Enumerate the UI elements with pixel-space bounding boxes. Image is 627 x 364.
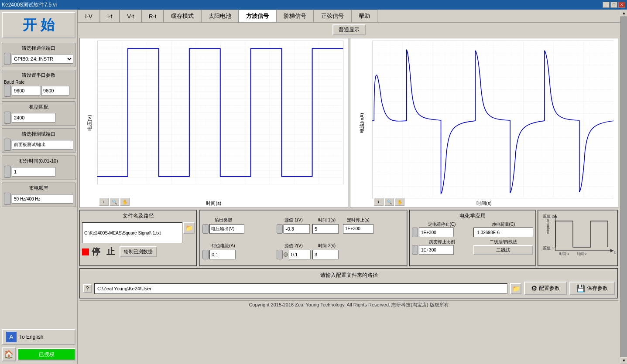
config-params-button[interactable]: ⚙ 配置参数: [524, 282, 567, 295]
title-bar-title: Ke2400S测试软件7.5.vi: [2, 1, 57, 9]
tab-sine[interactable]: 正弦信号: [314, 10, 351, 22]
output-type-label: 输出类型: [202, 217, 244, 223]
svg-text:源值 1: 源值 1: [543, 246, 554, 250]
charge-stop-knob[interactable]: [412, 228, 418, 237]
integration-section: 积分时间(0.01-10): [2, 156, 75, 180]
value2-knob[interactable]: [277, 250, 283, 259]
stop-indicator: [82, 248, 89, 255]
chart1-zoom-in[interactable]: +: [99, 198, 109, 206]
config-title: 请输入配置文件来的路径: [83, 272, 615, 279]
time2-input[interactable]: [312, 250, 339, 259]
tab-help[interactable]: 帮助: [351, 10, 377, 22]
scroll-up-button[interactable]: ▲: [620, 10, 627, 17]
tab-staircase[interactable]: 阶梯信号: [276, 10, 314, 22]
integration-input[interactable]: [12, 167, 55, 177]
config-path-input[interactable]: [94, 283, 507, 294]
time1-group: 时间 1(s): [312, 217, 341, 234]
chart2-zoom-select[interactable]: 🔍: [384, 198, 394, 206]
value2-input[interactable]: [289, 250, 311, 259]
chart1-pan[interactable]: ✋: [120, 198, 130, 206]
jump-stop-knob[interactable]: [412, 245, 418, 255]
config-help-button[interactable]: ?: [83, 284, 92, 293]
chart2-x-label: 时间(s): [476, 200, 492, 207]
tab-bar: I-V I-t V-t R-t 缓存模式 太阳电池 方波信号 阶梯信号 正弦信号…: [78, 10, 620, 23]
output-type-group: 输出类型 电压输出(V): [202, 217, 244, 234]
baud-rate-input2[interactable]: [41, 86, 69, 95]
content-area: I-V I-t V-t R-t 缓存模式 太阳电池 方波信号 阶梯信号 正弦信号…: [78, 10, 620, 364]
scroll-down-button[interactable]: ▼: [620, 357, 627, 364]
tab-it[interactable]: I-t: [100, 10, 120, 22]
integration-knob[interactable]: [4, 166, 11, 178]
translate-icon: A: [6, 332, 17, 342]
test-port-label: 请选择测试端口: [4, 131, 73, 137]
signal-panel: 输出类型 电压输出(V) 源值 1(V): [199, 210, 408, 266]
comm-port-knob[interactable]: [4, 53, 11, 65]
chart1-zoom-select[interactable]: 🔍: [110, 198, 119, 206]
machine-match-input[interactable]: [12, 113, 55, 122]
svg-text:Amplitude: Amplitude: [546, 218, 550, 234]
tab-vt[interactable]: V-t: [120, 10, 141, 22]
chart2-y-axis-label: 电流(mA): [359, 113, 365, 133]
draw-data-button[interactable]: 绘制已测数据: [120, 246, 157, 257]
close-button[interactable]: ✕: [618, 2, 625, 8]
translate-button[interactable]: A To English: [2, 329, 75, 345]
tab-solar[interactable]: 太阳电池: [201, 10, 239, 22]
value1-input[interactable]: [284, 224, 310, 234]
anchor-current-knob[interactable]: [202, 250, 209, 259]
echem-panel: 电化学应用 定电荷停止(C) 净电荷量(C): [409, 210, 536, 266]
current-chart: 电流(mA): [350, 38, 619, 208]
file-panel-title: 文件名及路径: [82, 212, 195, 220]
save-params-button[interactable]: 💾 保存参数: [569, 282, 615, 295]
restore-button[interactable]: □: [610, 2, 617, 8]
scroll-track[interactable]: [620, 17, 627, 357]
config-section: 请输入配置文件来的路径 ? 📁 ⚙ 配置参数 💾 保存参数: [79, 268, 618, 299]
stop-time-label: 定时停止(s): [343, 217, 373, 223]
value1-label: 源值 1(V): [277, 217, 311, 223]
time2-group: 时间 2(s): [312, 243, 341, 259]
chart1-svg: 0.125 0.1 0.075 0.05 0.025 0 -0.025 -0.0…: [97, 41, 343, 184]
file-browse-button[interactable]: 📁: [183, 222, 195, 234]
tab-iv[interactable]: I-V: [78, 10, 100, 22]
tab-buffer[interactable]: 缓存模式: [164, 10, 201, 22]
sidebar: 开 始 请选择通信端口 GPIB0::24::INSTR 请设置串口参数 Bau…: [0, 10, 78, 364]
jump-stop-group: 跳变停止比例: [412, 239, 472, 255]
tab-square[interactable]: 方波信号: [239, 10, 276, 22]
test-port-value: 前面板测试/输出: [12, 140, 73, 150]
baud-rate-knob[interactable]: [4, 85, 11, 97]
machine-match-knob[interactable]: [4, 112, 11, 124]
minimize-button[interactable]: —: [603, 2, 610, 8]
start-button[interactable]: 开 始: [2, 12, 75, 38]
authorized-button[interactable]: 已授权: [17, 348, 75, 361]
test-port-knob[interactable]: [4, 139, 11, 151]
anchor-current-input[interactable]: [209, 250, 236, 259]
time2-label: 时间 2(s): [312, 243, 341, 249]
net-charge-label: 净电荷量(C): [473, 221, 533, 228]
chart2-zoom-in[interactable]: +: [374, 198, 384, 206]
config-browse-button[interactable]: 📁: [510, 283, 521, 294]
freq-label: 市电频率: [4, 185, 73, 191]
baud-rate-input1[interactable]: [12, 86, 40, 95]
output-type-knob[interactable]: [202, 224, 209, 234]
charge-stop-input[interactable]: [419, 228, 454, 237]
two-four-button[interactable]: 二线法: [473, 245, 533, 255]
display-button[interactable]: 普通显示: [332, 24, 366, 35]
jump-stop-input[interactable]: [419, 245, 454, 255]
net-charge-input: [473, 228, 533, 237]
comm-port-select[interactable]: GPIB0::24::INSTR: [12, 54, 73, 64]
svg-marker-61: [554, 214, 557, 218]
baud-rate-section: 请设置串口参数 Baud Rate: [2, 70, 75, 99]
home-button[interactable]: 🏠: [2, 347, 16, 361]
freq-knob[interactable]: [4, 193, 11, 205]
tab-rt[interactable]: R-t: [141, 10, 164, 22]
value1-knob[interactable]: [277, 224, 283, 234]
translate-label: To English: [19, 334, 43, 340]
charge-stop-group: 定电荷停止(C): [412, 221, 472, 237]
stop-time-input[interactable]: [343, 224, 373, 234]
baud-rate-label: 请设置串口参数: [4, 72, 73, 78]
chart2-pan[interactable]: ✋: [395, 198, 404, 206]
time1-input[interactable]: [312, 224, 339, 234]
net-charge-group: 净电荷量(C): [473, 221, 533, 237]
file-path-display: C:\Ke2400S-MEAS\Square Signal\ 1.txt: [82, 222, 182, 243]
chart1-y-axis-label: 电压(V): [86, 115, 93, 131]
value1-group: 源值 1(V): [277, 217, 311, 234]
